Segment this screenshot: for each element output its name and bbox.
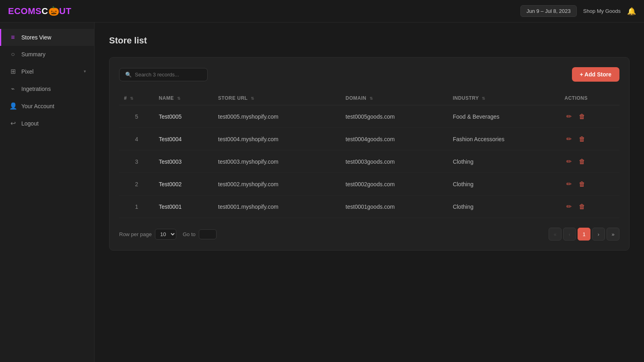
goto-input[interactable]: 1 (199, 229, 217, 239)
cell-actions: ✏ 🗑 (560, 173, 620, 195)
cell-store-url: test0004.myshopify.com (213, 128, 341, 150)
page-1-button[interactable]: 1 (578, 228, 590, 241)
sort-icon-url[interactable]: ⇅ (251, 96, 254, 101)
rows-per-page: Row per page 10 25 50 (119, 229, 176, 240)
table-row: 3 Test0003 test0003.myshopify.com test00… (119, 150, 619, 173)
edit-button[interactable]: ✏ (565, 201, 573, 212)
page-title: Store list (109, 35, 630, 46)
cell-store-url: test0005.myshopify.com (213, 105, 341, 128)
sidebar-item-integrations[interactable]: ⌁ Ingetrations (0, 80, 94, 97)
topnav: ECOMSC🎃UT Jun 9 – Jul 8, 2023 Shop My Go… (0, 0, 644, 23)
pixel-icon: ⊞ (9, 68, 17, 75)
cell-industry: Clothing (448, 173, 560, 195)
cell-industry: Clothing (448, 150, 560, 173)
last-page-button[interactable]: » (607, 228, 619, 241)
sidebar-item-summary[interactable]: ○ Summary (0, 46, 94, 63)
store-list-card: 🔍 + Add Store # ⇅ NAME ⇅ STORE URL ⇅ DOM… (109, 57, 630, 251)
sort-icon-name[interactable]: ⇅ (177, 96, 181, 101)
cell-actions: ✏ 🗑 (560, 150, 620, 173)
search-input[interactable] (135, 72, 202, 78)
col-domain: DOMAIN ⇅ (341, 91, 448, 105)
edit-button[interactable]: ✏ (565, 156, 573, 167)
col-industry: INDUSTRY ⇅ (448, 91, 560, 105)
store-selector[interactable]: Shop My Goods (583, 8, 621, 14)
table-row: 2 Test0002 test0002.myshopify.com test00… (119, 173, 619, 195)
cell-name: Test0005 (154, 105, 213, 128)
sidebar-item-label: Your Account (21, 103, 54, 109)
main-content: Store list 🔍 + Add Store # ⇅ NAME ⇅ STOR… (95, 23, 644, 362)
cell-name: Test0004 (154, 128, 213, 150)
table-header: # ⇅ NAME ⇅ STORE URL ⇅ DOMAIN ⇅ INDUSTRY… (119, 91, 619, 105)
logo-text: ECOMSC🎃UT (8, 6, 71, 16)
edit-button[interactable]: ✏ (565, 179, 573, 189)
cell-actions: ✏ 🗑 (560, 105, 620, 128)
cell-store-url: test0003.myshopify.com (213, 150, 341, 173)
page-controls: « ‹ 1 › » (549, 228, 619, 241)
table-body: 5 Test0005 test0005.myshopify.com test00… (119, 105, 619, 218)
summary-icon: ○ (9, 51, 17, 58)
prev-page-button[interactable]: ‹ (563, 228, 576, 241)
cell-num: 2 (119, 173, 154, 195)
stores-view-icon: ≡ (9, 34, 17, 41)
sidebar-item-label: Stores View (21, 34, 51, 41)
pagination-row: Row per page 10 25 50 Go to 1 « ‹ (119, 228, 619, 241)
table-row: 5 Test0005 test0005.myshopify.com test00… (119, 105, 619, 128)
sidebar-item-stores-view[interactable]: ≡ Stores View (0, 29, 94, 46)
sidebar-item-label: Pixel (21, 68, 33, 75)
edit-button[interactable]: ✏ (565, 134, 573, 144)
col-actions: ACTIONS (560, 91, 620, 105)
delete-button[interactable]: 🗑 (577, 111, 587, 122)
goto-label: Go to (183, 231, 196, 237)
cell-domain: test0001goods.com (341, 195, 448, 218)
first-page-button[interactable]: « (549, 228, 561, 241)
cell-domain: test0004goods.com (341, 128, 448, 150)
sidebar-item-label: Ingetrations (21, 86, 51, 92)
cell-industry: Clothing (448, 195, 560, 218)
col-store-url: STORE URL ⇅ (213, 91, 341, 105)
sidebar-item-your-account[interactable]: 👤 Your Account (0, 97, 94, 115)
sidebar-item-pixel[interactable]: ⊞ Pixel ▾ (0, 63, 94, 80)
chevron-down-icon: ▾ (84, 69, 86, 74)
delete-button[interactable]: 🗑 (577, 179, 587, 189)
layout: ≡ Stores View ○ Summary ⊞ Pixel ▾ ⌁ Inge… (0, 23, 644, 362)
add-store-button[interactable]: + Add Store (572, 67, 619, 82)
toolbar: 🔍 + Add Store (119, 67, 619, 82)
cell-store-url: test0002.myshopify.com (213, 173, 341, 195)
logout-icon: ↩ (9, 119, 17, 127)
table-row: 1 Test0001 test0001.myshopify.com test00… (119, 195, 619, 218)
cell-num: 1 (119, 195, 154, 218)
store-table: # ⇅ NAME ⇅ STORE URL ⇅ DOMAIN ⇅ INDUSTRY… (119, 91, 619, 218)
cell-actions: ✏ 🗑 (560, 128, 620, 150)
sidebar: ≡ Stores View ○ Summary ⊞ Pixel ▾ ⌁ Inge… (0, 23, 95, 362)
cell-industry: Fashion Accessories (448, 128, 560, 150)
sort-icon-num[interactable]: ⇅ (130, 96, 134, 101)
cell-num: 4 (119, 128, 154, 150)
cell-store-url: test0001.myshopify.com (213, 195, 341, 218)
logo: ECOMSC🎃UT (8, 6, 71, 16)
edit-button[interactable]: ✏ (565, 111, 573, 122)
rows-per-page-select[interactable]: 10 25 50 (155, 229, 176, 240)
cell-domain: test0002goods.com (341, 173, 448, 195)
delete-button[interactable]: 🗑 (577, 134, 587, 144)
col-num: # ⇅ (119, 91, 154, 105)
sidebar-item-logout[interactable]: ↩ Logout (0, 115, 94, 132)
cell-domain: test0005goods.com (341, 105, 448, 128)
account-icon: 👤 (9, 102, 17, 110)
bell-icon[interactable]: 🔔 (627, 7, 636, 16)
search-box[interactable]: 🔍 (119, 68, 208, 81)
integrations-icon: ⌁ (9, 85, 17, 93)
cell-name: Test0003 (154, 150, 213, 173)
search-icon: 🔍 (125, 72, 132, 78)
sidebar-item-label: Logout (21, 120, 39, 127)
delete-button[interactable]: 🗑 (577, 156, 587, 167)
cell-name: Test0002 (154, 173, 213, 195)
sort-icon-domain[interactable]: ⇅ (369, 96, 373, 101)
date-range[interactable]: Jun 9 – Jul 8, 2023 (520, 5, 577, 17)
table-row: 4 Test0004 test0004.myshopify.com test00… (119, 128, 619, 150)
sort-icon-industry[interactable]: ⇅ (482, 96, 485, 101)
next-page-button[interactable]: › (592, 228, 605, 241)
cell-num: 3 (119, 150, 154, 173)
delete-button[interactable]: 🗑 (577, 202, 587, 212)
goto-section: Go to 1 (183, 229, 217, 239)
cell-num: 5 (119, 105, 154, 128)
